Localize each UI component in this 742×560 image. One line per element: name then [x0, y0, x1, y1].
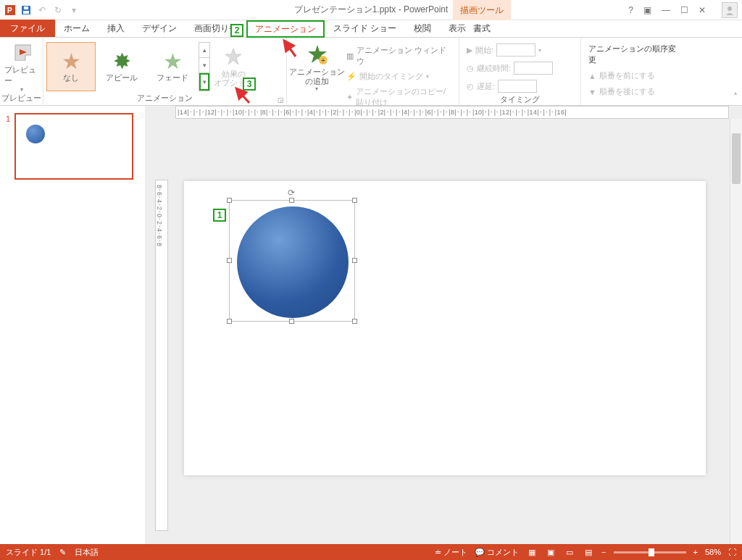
account-avatar[interactable]	[722, 2, 738, 18]
dialog-launcher-icon[interactable]: ◲	[278, 96, 284, 104]
handle-n[interactable]	[289, 198, 294, 203]
group-advanced-animation: + アニメーション の追加 ▾ ▥アニメーション ウィンドウ ⚡開始のタイミング…	[287, 38, 459, 106]
shape-selection-box[interactable]: ⟳	[229, 200, 355, 322]
gallery-spinner: ▴ ▾ ▾	[199, 42, 210, 91]
vertical-ruler: 8･6･4･2･0･2･4･6･8	[155, 180, 168, 531]
preview-button[interactable]: プレビュー ▾	[4, 41, 38, 93]
save-icon[interactable]	[19, 3, 33, 17]
contextual-tab-drawing-tools: 描画ツール	[453, 0, 511, 20]
zoom-slider[interactable]	[614, 551, 686, 553]
maximize-icon[interactable]: ☐	[680, 5, 688, 15]
effect-options-icon	[223, 46, 243, 67]
animation-pane-button[interactable]: ▥アニメーション ウィンドウ	[343, 43, 454, 68]
help-icon[interactable]: ?	[628, 5, 633, 15]
zoom-out-button[interactable]: −	[601, 548, 606, 556]
tab-slideshow[interactable]: スライド ショー	[325, 20, 405, 37]
delay-field	[498, 80, 537, 93]
zoom-knob[interactable]	[649, 548, 654, 556]
anim-none[interactable]: ★ なし	[46, 42, 96, 91]
redo-icon[interactable]: ↻	[51, 3, 65, 17]
handle-e[interactable]	[352, 258, 357, 263]
svg-line-6	[284, 41, 296, 57]
vertical-scrollbar[interactable]	[730, 119, 742, 544]
handle-s[interactable]	[289, 319, 294, 324]
thumb-shape-circle	[26, 125, 45, 143]
view-reading-icon[interactable]: ▭	[564, 548, 575, 557]
anim-fade-label: フェード	[157, 72, 188, 83]
callout-1: 1	[213, 209, 226, 222]
view-slideshow-icon[interactable]: ▤	[583, 548, 594, 557]
ribbon-options-icon[interactable]: ▣	[643, 5, 651, 15]
slide-thumbnail-pane: 1	[0, 106, 145, 544]
view-sorter-icon[interactable]: ▣	[545, 548, 556, 557]
gallery-down-button[interactable]: ▾	[199, 58, 209, 73]
scrollbar-thumb[interactable]	[732, 133, 741, 184]
shape-circle[interactable]	[237, 206, 349, 318]
group-label-preview: プレビュー	[0, 93, 43, 106]
tab-insert[interactable]: 挿入	[99, 20, 133, 37]
add-animation-icon: +	[307, 44, 327, 64]
ribbon: プレビュー ▾ プレビュー ★ なし ✸ アピール ★ フェード ▴ ▾ ▾	[0, 38, 742, 106]
preview-label: プレビュー	[4, 64, 38, 86]
callout-3: 3	[243, 78, 256, 91]
group-reorder: アニメーションの順序変更 ▲順番を前にする ▼順番を後にする	[581, 38, 690, 106]
move-later-button: ▼順番を後にする	[585, 85, 658, 99]
thumb-number: 1	[6, 114, 10, 123]
play-icon: ▶	[467, 46, 472, 55]
notes-button[interactable]: ≐ ノート	[435, 547, 467, 558]
slide-canvas[interactable]: ⟳ 1	[184, 181, 706, 475]
handle-ne[interactable]	[352, 198, 357, 203]
preview-icon	[12, 41, 32, 62]
timing-start-row: ▶開始:▾	[464, 42, 544, 58]
arrow-to-tab-icon	[281, 38, 300, 58]
star-appear-icon: ✸	[113, 51, 131, 72]
trigger-button: ⚡開始のタイミング▾	[343, 70, 454, 83]
gallery-more-button[interactable]: ▾	[199, 73, 209, 91]
status-bar: スライド 1/1 ✎ 日本語 ≐ ノート 💬 コメント ▦ ▣ ▭ ▤ − + …	[0, 544, 742, 560]
zoom-percent[interactable]: 58%	[705, 548, 721, 556]
zoom-in-button[interactable]: +	[693, 548, 698, 556]
anim-fade[interactable]: ★ フェード	[148, 42, 197, 91]
gallery-up-button[interactable]: ▴	[199, 43, 209, 58]
tab-format[interactable]: 書式	[453, 20, 511, 37]
collapse-ribbon-icon[interactable]: ˄	[733, 92, 738, 102]
svg-rect-3	[23, 11, 29, 14]
tab-review[interactable]: 校閲	[405, 20, 440, 37]
pane-icon: ▥	[346, 51, 354, 61]
handle-w[interactable]	[227, 258, 232, 263]
tab-home[interactable]: ホーム	[55, 20, 99, 37]
timing-duration-row: ◷継続時間:	[464, 60, 556, 76]
svg-text:+: +	[321, 57, 325, 64]
anim-none-label: なし	[63, 72, 79, 83]
status-language[interactable]: 日本語	[75, 547, 99, 558]
reorder-title: アニメーションの順序変更	[585, 42, 685, 67]
repeat-icon[interactable]: ▾	[67, 3, 81, 17]
horizontal-ruler: |14|･|･|･|12|･|･|･|10|･|･|･|8|･|･|･|6|･|…	[175, 106, 729, 119]
start-field	[496, 43, 535, 57]
tab-design[interactable]: デザイン	[133, 20, 186, 37]
handle-sw[interactable]	[227, 319, 232, 324]
spellcheck-icon[interactable]: ✎	[59, 548, 66, 557]
slide-thumbnail-1[interactable]: 1	[14, 113, 133, 180]
tab-animations[interactable]: アニメーション	[246, 20, 325, 38]
fit-window-icon[interactable]: ⛶	[728, 548, 736, 556]
handle-se[interactable]	[352, 319, 357, 324]
star-none-icon: ★	[62, 51, 81, 72]
svg-marker-9	[225, 49, 241, 64]
anim-appear[interactable]: ✸ アピール	[97, 42, 146, 91]
ribbon-tabs: ファイル ホーム 挿入 デザイン 画面切り替 アニメーション スライド ショー …	[0, 20, 742, 38]
minimize-icon[interactable]: —	[662, 5, 670, 15]
svg-point-5	[728, 7, 732, 11]
view-normal-icon[interactable]: ▦	[526, 548, 538, 557]
handle-nw[interactable]	[227, 198, 232, 203]
callout-2: 2	[230, 24, 243, 37]
rotate-handle-icon[interactable]: ⟳	[288, 188, 296, 196]
comments-button[interactable]: 💬 コメント	[475, 547, 519, 558]
close-icon[interactable]: ✕	[699, 5, 706, 15]
workspace: 1 |14|･|･|･|12|･|･|･|10|･|･|･|8|･|･|･|6|…	[0, 106, 742, 544]
clock-icon: ◷	[467, 64, 474, 73]
tab-file[interactable]: ファイル	[0, 20, 55, 37]
add-animation-label: アニメーション の追加	[289, 67, 345, 85]
undo-icon[interactable]: ↶	[35, 3, 49, 17]
painter-icon: ✦	[346, 93, 353, 102]
